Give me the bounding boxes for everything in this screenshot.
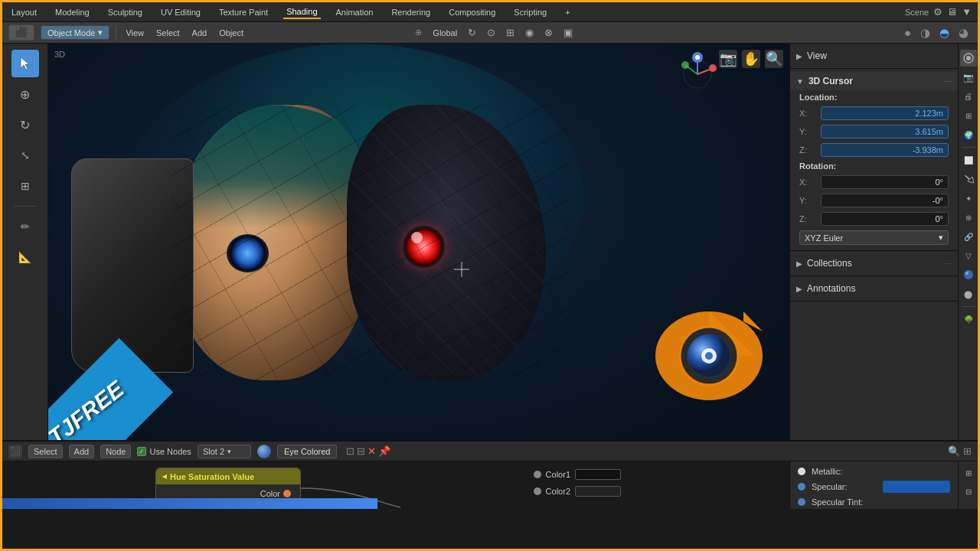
viewport-3d[interactable]: 3D 📷 ✋ 🔍: [48, 44, 789, 440]
transform-tool[interactable]: ⊞: [11, 172, 39, 200]
euler-select[interactable]: XYZ Euler ▾: [799, 230, 949, 245]
bottom-icon-2[interactable]: ⊟: [960, 483, 977, 500]
xray-icon[interactable]: ▣: [560, 25, 576, 40]
cursor-section-header[interactable]: ▼ 3D Cursor ⋯: [790, 72, 958, 90]
node-collapse-icon[interactable]: ◂: [162, 471, 167, 481]
properties-scene-icon[interactable]: [960, 50, 977, 67]
properties-output-icon[interactable]: 🖨: [960, 88, 977, 105]
color2-socket[interactable]: [534, 487, 541, 495]
object-mode-btn[interactable]: Object Mode ▾: [41, 25, 109, 40]
rotate-tool[interactable]: ↻: [11, 111, 39, 139]
material-icon[interactable]: ◓: [936, 24, 952, 41]
properties-render-icon[interactable]: 📷: [960, 69, 977, 86]
view-section: ▶ View: [790, 44, 958, 69]
properties-modifier-icon[interactable]: [960, 171, 977, 187]
cursor-tool[interactable]: [11, 50, 39, 77]
node-paste-icon[interactable]: ⊟: [357, 445, 365, 457]
menu-sculpting[interactable]: Sculpting: [105, 6, 145, 18]
sync-icon[interactable]: ↻: [465, 25, 479, 40]
cursor-rx-input[interactable]: 0°: [821, 175, 949, 189]
node-select-btn[interactable]: Select: [28, 445, 63, 458]
menu-compositing[interactable]: Compositing: [446, 6, 498, 18]
color1-socket[interactable]: [534, 471, 541, 478]
viewport-icon-btn[interactable]: ⬛: [8, 24, 34, 41]
gizmo[interactable]: [675, 51, 720, 97]
cursor-rz-input[interactable]: 0°: [821, 212, 949, 226]
properties-scene-tree-icon[interactable]: 🌳: [960, 311, 977, 328]
menu-texturepaint[interactable]: Texture Paint: [216, 6, 271, 18]
node-editor-type-icon[interactable]: ⬛: [8, 445, 22, 458]
properties-view-layer-icon[interactable]: ⊞: [960, 107, 977, 124]
properties-particles-icon[interactable]: ✦: [960, 190, 977, 207]
top-icon-1[interactable]: ⚙: [933, 6, 942, 18]
hand-icon[interactable]: ✋: [742, 50, 760, 68]
zoom-icon[interactable]: 🔍: [765, 50, 783, 68]
global-label[interactable]: Global: [430, 27, 460, 39]
menu-uvediting[interactable]: UV Editing: [158, 6, 204, 18]
svg-point-3: [709, 64, 717, 72]
scale-tool[interactable]: ⤡: [11, 142, 39, 169]
bottom-icon-1[interactable]: ⊞: [960, 465, 977, 481]
specular-bar[interactable]: [883, 481, 951, 493]
node-copy-icon[interactable]: ⊡: [346, 445, 354, 457]
cursor-x-input[interactable]: 2.123m: [821, 106, 949, 120]
properties-texture-icon[interactable]: ⬤: [960, 285, 977, 302]
menu-rendering[interactable]: Rendering: [388, 6, 433, 18]
use-nodes-checkbox[interactable]: ✓: [137, 447, 146, 456]
node-pin-icon[interactable]: 📌: [378, 445, 390, 457]
collections-row[interactable]: ▶ Collections ⋯: [790, 254, 958, 272]
menu-scripting[interactable]: Scripting: [511, 6, 550, 18]
slot-select[interactable]: Slot 2 ▾: [198, 445, 251, 458]
overlay-icon[interactable]: ⊗: [541, 25, 556, 40]
cursor-options-icon[interactable]: ⋯: [944, 77, 952, 86]
properties-constraints-icon[interactable]: 🔗: [960, 228, 977, 245]
node-zoom-out-icon[interactable]: 🔍: [948, 445, 960, 457]
menu-layout[interactable]: Layout: [8, 6, 40, 18]
toolbar-select[interactable]: Select: [153, 27, 183, 39]
color1-row: Color1: [534, 469, 621, 480]
color2-swatch[interactable]: [575, 486, 621, 497]
scene-icon: Scene: [905, 8, 929, 17]
menu-animation[interactable]: Animation: [333, 6, 377, 18]
properties-object-icon[interactable]: ⬜: [960, 152, 977, 168]
menu-modeling[interactable]: Modeling: [52, 6, 93, 18]
snap-icon[interactable]: ⊞: [503, 25, 518, 40]
collections-options-icon[interactable]: ⋯: [944, 259, 952, 268]
top-icon-2[interactable]: 🖥: [947, 6, 957, 18]
properties-physics-icon[interactable]: ⊛: [960, 209, 977, 226]
cursor-y-input[interactable]: 3.615m: [821, 125, 949, 139]
move-tool[interactable]: ⊕: [11, 80, 39, 108]
color-socket[interactable]: [283, 490, 291, 497]
viewport-label-3d: 3D: [54, 50, 65, 59]
proportional-icon[interactable]: ◉: [522, 25, 537, 40]
properties-world-icon[interactable]: 🌍: [960, 126, 977, 143]
node-layout-icon[interactable]: ⊞: [963, 445, 972, 457]
global-indicator[interactable]: ⊕: [412, 26, 425, 39]
view-section-header[interactable]: ▶ View: [790, 47, 958, 65]
measure-tool[interactable]: 📐: [11, 243, 39, 271]
menu-plus[interactable]: +: [562, 6, 573, 18]
node-node-btn[interactable]: Node: [100, 445, 131, 458]
camera-icon[interactable]: 📷: [719, 50, 737, 68]
properties-material-icon[interactable]: [960, 266, 977, 283]
properties-data-icon[interactable]: ▽: [960, 247, 977, 264]
annotate-tool[interactable]: ✏: [11, 213, 39, 240]
cursor-z-input[interactable]: -3.938m: [821, 143, 949, 157]
toolbar-view[interactable]: View: [122, 27, 147, 39]
solid-icon[interactable]: ◑: [917, 24, 933, 41]
material-name-field[interactable]: Eye Colored: [277, 445, 338, 458]
cursor-ry-input[interactable]: -0°: [821, 194, 949, 207]
top-icon-3[interactable]: ▼: [962, 6, 972, 18]
node-canvas[interactable]: ◂ Hue Saturation Value Color: [2, 461, 789, 509]
menu-shading[interactable]: Shading: [283, 5, 320, 19]
toolbar-object[interactable]: Object: [216, 27, 247, 39]
node-add-btn[interactable]: Add: [69, 445, 95, 458]
toolbar-add[interactable]: Add: [189, 27, 211, 39]
node-delete-icon[interactable]: ✕: [368, 445, 376, 457]
color1-swatch[interactable]: [575, 469, 621, 480]
output-icon: 🖨: [964, 92, 972, 101]
render-icon[interactable]: ◕: [956, 24, 972, 41]
annotations-row[interactable]: ▶ Annotations: [790, 279, 958, 298]
matball-icon[interactable]: ●: [901, 24, 914, 41]
pivot-icon[interactable]: ⊙: [484, 25, 498, 40]
